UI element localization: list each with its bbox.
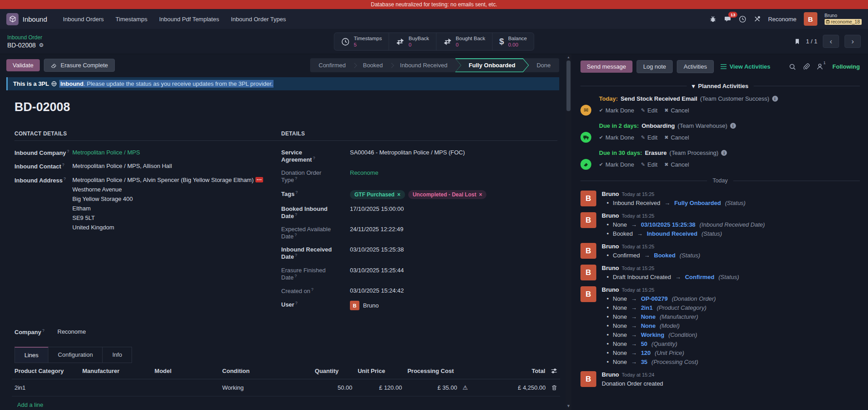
service-agreement-value[interactable]: SA00046 - Metropolitan Police / MPS (FOC… [350,149,465,163]
buyback-smart-button[interactable]: BuyBack0 [389,33,436,50]
delete-row-trash-icon[interactable] [551,384,557,391]
bought-back-smart-button[interactable]: Bought Back0 [436,33,492,50]
inbound-contact-value[interactable]: Metropolitan Police / MPS, Allison Hall [72,163,172,170]
log-note-button[interactable]: Log note [637,60,673,73]
followers-icon[interactable]: 1 [816,63,826,70]
app-name[interactable]: Inbound [23,15,47,23]
smart-buttons: Timestamps5 BuyBack0 Bought Back0 $ Bala… [334,33,534,51]
avatar[interactable]: B [580,371,596,387]
avatar[interactable]: B [580,286,596,302]
pager-previous-button[interactable]: ‹ [823,35,839,48]
info-icon[interactable]: i [721,150,727,156]
cancel-action[interactable]: ✖Cancel [664,161,689,168]
cell-processing-cost[interactable]: £ 35.00 [405,379,460,396]
col-total[interactable]: Total [488,363,560,379]
tab-configuration[interactable]: Configuration [48,347,103,363]
user-menu[interactable]: Bruno reconome_18 [825,13,862,25]
app-menu-button[interactable] [6,13,19,25]
status-step-done[interactable]: Done [529,62,558,69]
mark-done-action[interactable]: ✔Mark Done [599,161,634,168]
record-actions-gear-icon[interactable]: ⚙ [39,42,44,48]
scroll-down-icon[interactable]: ▼ [566,404,571,408]
cell-condition[interactable]: Working [220,379,312,396]
address-more-badge[interactable]: ••• [255,177,263,182]
inbound-address-value[interactable]: Metropolitan Police / MPS, Alvin Spencer… [72,177,254,183]
status-pipeline: Confirmed Booked Inbound Received Fully … [310,58,559,72]
cell-model[interactable] [152,379,220,396]
tag-uncompleted-deal-lost[interactable]: Uncompleted - Deal Lost× [408,190,487,199]
activities-clock-icon[interactable] [739,15,746,23]
tag-gtf-purchased[interactable]: GTF Purchased× [350,190,405,199]
avatar[interactable]: B [580,265,596,280]
user-field-value[interactable]: Bruno [363,302,379,309]
cell-quantity[interactable]: 50.00 [312,379,355,396]
activities-button[interactable]: Activities [677,60,713,73]
warning-icon: ⚠ [460,379,482,396]
avatar[interactable]: B [580,243,596,259]
status-step-inbound-received[interactable]: Inbound Received [392,62,455,69]
company-switcher[interactable]: Reconome [768,16,797,23]
tab-lines[interactable]: Lines [14,347,48,363]
form-scrollbar[interactable]: ▲ ▼ [566,54,571,410]
nav-item-timestamps[interactable]: Timestamps [110,16,153,23]
col-model[interactable]: Model [152,363,220,379]
view-activities-link[interactable]: View Activities [720,63,770,70]
cancel-action[interactable]: ✖Cancel [664,134,689,141]
scrollbar-thumb[interactable] [566,61,571,111]
col-processing-cost[interactable]: Processing Cost [405,363,460,379]
status-step-fully-onboarded-active[interactable]: Fully Onboarded [455,58,529,72]
breadcrumb-parent[interactable]: Inbound Order [7,34,44,41]
col-quantity[interactable]: Quantity [312,363,355,379]
tag-remove-icon[interactable]: × [397,191,401,198]
info-icon[interactable]: i [772,96,778,102]
cell-unit-price[interactable]: £ 120.00 [355,379,405,396]
status-step-confirmed[interactable]: Confirmed [311,62,354,69]
tab-info[interactable]: Info [103,347,132,363]
nav-item-inbound-pdf-templates[interactable]: Inbound Pdf Templates [153,16,225,23]
clock-icon [341,37,350,46]
avatar[interactable]: B [580,212,596,228]
col-product-category[interactable]: Product Category [12,363,80,379]
search-messages-icon[interactable] [789,63,796,70]
mark-done-action[interactable]: ✔Mark Done [599,134,634,141]
col-manufacturer[interactable]: Manufacturer [80,363,152,379]
nav-item-inbound-orders[interactable]: Inbound Orders [57,16,109,23]
mark-done-action[interactable]: ✔Mark Done [599,107,634,114]
cell-manufacturer[interactable] [80,379,152,396]
scroll-up-icon[interactable]: ▲ [566,56,571,59]
send-message-button[interactable]: Send message [580,61,632,73]
edit-action[interactable]: ✎Edit [641,161,658,168]
validate-button[interactable]: Validate [6,59,40,71]
col-condition[interactable]: Condition [220,363,312,379]
tools-icon[interactable] [754,15,761,23]
edit-action[interactable]: ✎Edit [641,134,658,141]
user-avatar[interactable]: B [804,12,817,26]
avatar[interactable]: B [580,191,596,206]
add-a-line-link[interactable]: Add a line [14,396,46,408]
company-value[interactable]: Reconome [57,328,86,335]
edit-action[interactable]: ✎Edit [641,107,658,114]
debug-bug-icon[interactable] [709,15,717,23]
tag-remove-icon[interactable]: × [479,191,482,198]
optional-columns-icon[interactable] [551,368,557,374]
following-toggle[interactable]: Following [832,63,860,70]
pager-next-button[interactable]: › [844,35,861,48]
donation-order-type-value[interactable]: Reconome [350,169,378,183]
status-step-booked[interactable]: Booked [355,62,391,69]
erasure-complete-button[interactable]: Erasure Complete [44,59,115,72]
balance-smart-button[interactable]: $ Balance0.00 [492,33,533,50]
nav-item-inbound-order-types[interactable]: Inbound Order Types [225,16,292,23]
bookmark-icon[interactable] [794,38,801,45]
info-icon[interactable]: i [730,123,736,129]
attachments-paperclip-icon[interactable] [803,63,810,70]
inbound-company-value[interactable]: Metropolitan Police / MPS [72,149,140,156]
inbound-received-date-value[interactable]: 03/10/2025 15:25:38 [350,246,404,260]
col-unit-price[interactable]: Unit Price [355,363,405,379]
cancel-action[interactable]: ✖Cancel [664,107,689,114]
timestamps-smart-button[interactable]: Timestamps5 [335,33,389,50]
booked-inbound-date-value[interactable]: 17/10/2025 15:00:00 [350,205,404,219]
line-row[interactable]: 2in1 Working 50.00 £ 120.00 £ 35.00 ⚠ £ … [12,379,560,396]
planned-activities-toggle[interactable]: ▾Planned Activities [692,83,748,89]
messages-icon[interactable]: 13 [724,15,731,23]
cell-product-category[interactable]: 2in1 [12,379,80,396]
